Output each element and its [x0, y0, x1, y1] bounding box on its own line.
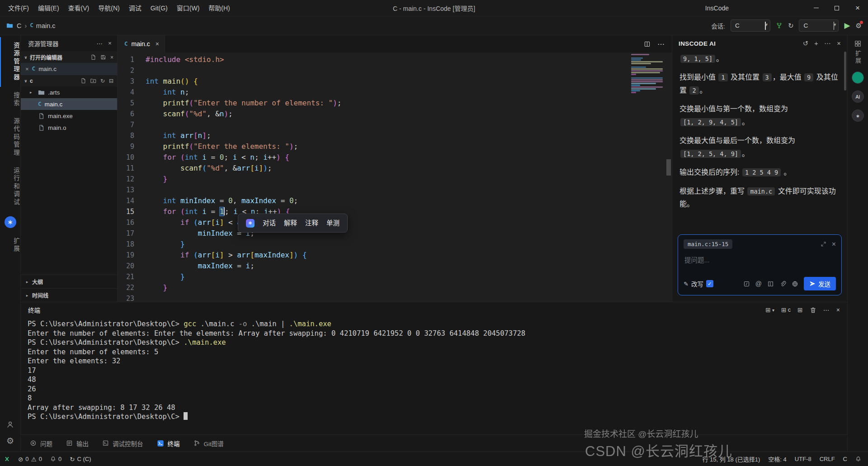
menu-窗口(W)[interactable]: 窗口(W) — [172, 2, 204, 14]
code-line-3[interactable]: 3int main() { — [118, 76, 672, 87]
breadcrumb[interactable]: C›Cmain.c — [17, 22, 56, 29]
menu-编辑(E)[interactable]: 编辑(E) — [33, 2, 64, 14]
menu-帮助(H)[interactable]: 帮助(H) — [204, 2, 234, 14]
breadcrumb-main.c[interactable]: Cmain.c — [30, 22, 55, 29]
editor-scrollbar[interactable] — [666, 159, 671, 176]
more-icon[interactable]: ⋯ — [97, 40, 103, 47]
save-all-icon[interactable] — [100, 54, 106, 61]
chat-scrollbar[interactable] — [844, 52, 846, 90]
ai-input-card[interactable]: main.c:15-15 × 提问题... ✎ 改写 ✓ — [678, 234, 842, 295]
tree-item-main.exe[interactable]: main.exe — [21, 110, 117, 122]
panel-tab-调试控制台[interactable]: 调试控制台 — [102, 439, 143, 448]
globe-icon[interactable] — [792, 281, 798, 287]
remove-context-icon[interactable]: × — [832, 240, 836, 248]
refresh-explorer-icon[interactable]: ↻ — [100, 78, 105, 84]
activity-item-扩展[interactable]: 扩展 — [0, 233, 20, 258]
library-icon[interactable] — [767, 281, 774, 287]
close-sidebar-icon[interactable]: × — [108, 40, 112, 47]
activity-item-源代码管理[interactable]: 源代码管理 — [0, 113, 20, 162]
activity-extensions[interactable]: 扩展 — [854, 40, 862, 65]
run-config-status[interactable]: ↻C (C) — [66, 452, 95, 466]
split-editor-icon[interactable] — [644, 41, 651, 48]
indentation[interactable]: 空格: 4 — [764, 452, 790, 466]
panel-tab-问题[interactable]: 问题 — [30, 439, 52, 448]
slash-icon[interactable] — [743, 281, 750, 287]
panel-tab-输出[interactable]: 输出 — [66, 439, 89, 448]
rewrite-checkbox[interactable]: ✓ — [706, 280, 713, 287]
minimize-button[interactable] — [806, 0, 826, 16]
close-terminal-panel-icon[interactable]: × — [836, 306, 840, 314]
language-mode[interactable]: C — [839, 452, 851, 466]
git-fork-icon[interactable] — [776, 22, 783, 29]
terminal-profile-button[interactable]: ⊞c — [781, 306, 791, 314]
code-line-4[interactable]: 4 int n; — [118, 87, 672, 98]
run-button[interactable]: ▶ — [844, 21, 850, 30]
code-line-21[interactable]: 21 } — [118, 271, 672, 282]
settings-gear-button[interactable]: ⚙ — [856, 22, 862, 30]
eol-sequence[interactable]: CRLF — [816, 452, 839, 466]
menu-调试[interactable]: 调试 — [124, 2, 146, 14]
code-line-23[interactable]: 23 — [118, 293, 672, 302]
editor-more-icon[interactable]: ⋯ — [657, 40, 665, 48]
tree-item-.arts[interactable]: ▸.arts — [21, 86, 117, 98]
code-line-12[interactable]: 12 } — [118, 174, 672, 185]
refresh-icon[interactable]: ↻ — [788, 22, 794, 30]
code-line-15[interactable]: 15 for (int i = 1; i < n; i++) { — [118, 206, 672, 217]
code-line-2[interactable]: 2 — [118, 65, 672, 76]
code-line-7[interactable]: 7 — [118, 119, 672, 130]
code-line-16[interactable]: 16 if (arr[i] < arr[minIndex]) { — [118, 217, 672, 228]
ai-chat-area[interactable]: 9, 1, 5]。找到最小值 1 及其位置 3，最大值 9 及其位置 2。交换最… — [672, 52, 847, 232]
code-line-22[interactable]: 22 } — [118, 282, 672, 293]
menu-Git(G)[interactable]: Git(G) — [146, 2, 172, 14]
tree-item-main.o[interactable]: main.o — [21, 122, 117, 133]
new-terminal-button[interactable]: ⊞▾ — [765, 306, 774, 314]
collapse-folders-icon[interactable]: ⊟ — [109, 78, 113, 84]
expand-icon[interactable] — [821, 241, 826, 247]
rewrite-toggle[interactable]: ✎ 改写 ✓ — [684, 279, 713, 288]
new-file-icon[interactable] — [80, 78, 86, 84]
plugin-circle-teal[interactable] — [852, 71, 864, 84]
code-line-20[interactable]: 20 maxIndex = i; — [118, 261, 672, 271]
code-line-18[interactable]: 18 } — [118, 239, 672, 250]
notifications-count[interactable]: 0 — [46, 452, 66, 466]
ai-action-对话[interactable]: 对话 — [263, 218, 276, 228]
run-target-select[interactable]: C ▾ — [799, 19, 839, 32]
terminal-output[interactable]: PS C:\Users\Administrator\Desktop\C> gcc… — [21, 318, 847, 434]
folder-root-section[interactable]: ∨ c ↻ ⊟ — [21, 75, 117, 86]
activity-item-资源管理器[interactable]: 资源管理器 — [0, 37, 20, 87]
account-icon[interactable] — [6, 421, 14, 428]
split-terminal-icon[interactable]: ⊞ — [797, 306, 803, 314]
new-untitled-file-icon[interactable] — [90, 54, 96, 61]
prompt-input[interactable]: 提问题... — [684, 255, 835, 264]
close-tab-icon[interactable]: × — [156, 40, 159, 48]
inscode-ai-button[interactable]: ∗ — [5, 216, 16, 228]
settings-gear-icon[interactable]: ⚙ — [6, 436, 14, 446]
problems-status[interactable]: ⊘0 ⚠0 — [14, 452, 46, 466]
code-line-9[interactable]: 9 printf("Enter the elements: "); — [118, 141, 672, 152]
encoding[interactable]: UTF-8 — [791, 452, 816, 466]
plugin-circle-ai[interactable]: AI — [852, 90, 864, 103]
kill-terminal-icon[interactable] — [810, 307, 816, 314]
maximize-button[interactable] — [826, 0, 847, 16]
section-时间线[interactable]: ▸时间线 — [21, 288, 117, 302]
context-chip[interactable]: main.c:15-15 — [684, 239, 732, 249]
ai-action-注释[interactable]: 注释 — [305, 218, 318, 228]
close-editor-icon[interactable]: × — [25, 66, 29, 72]
close-panel-icon[interactable]: × — [837, 40, 841, 47]
code-line-14[interactable]: 14 int minIndex = 0, maxIndex = 0; — [118, 195, 672, 206]
new-folder-icon[interactable] — [90, 78, 96, 84]
remote-indicator[interactable] — [0, 452, 14, 466]
breadcrumb-C[interactable]: C — [17, 22, 21, 29]
terminal-more-icon[interactable]: ⋯ — [823, 306, 830, 314]
panel-tab-Git图谱[interactable]: Git图谱 — [193, 439, 224, 448]
code-line-5[interactable]: 5 printf("Enter the number of elements: … — [118, 98, 672, 109]
close-window-button[interactable]: × — [847, 0, 868, 16]
tree-item-main.c[interactable]: Cmain.c — [21, 98, 117, 110]
cursor-position[interactable]: 行 15, 列 18 (已选择1) — [698, 452, 764, 466]
code-line-10[interactable]: 10 for (int i = 0; i < n; i++) { — [118, 152, 672, 163]
history-icon[interactable]: ↺ — [803, 40, 809, 47]
section-大纲[interactable]: ▸大纲 — [21, 275, 117, 288]
tab-main-c[interactable]: C main.c × — [118, 35, 165, 52]
session-select[interactable]: C ▾ — [731, 19, 770, 32]
activity-item-搜索[interactable]: 搜索 — [0, 87, 20, 113]
